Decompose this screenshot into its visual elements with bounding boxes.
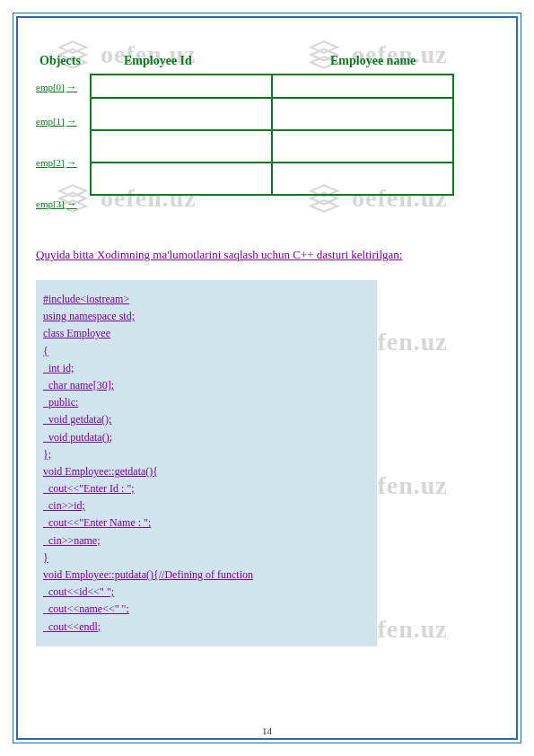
code-line: cout<<name<<" "; (43, 601, 370, 618)
arrow-icon: → (66, 115, 77, 128)
arrow-icon: → (66, 81, 77, 94)
cell-empname (272, 130, 453, 163)
row-label: emp[0]→ (36, 74, 90, 101)
code-line: void putdata(); (43, 429, 370, 446)
code-line: void Employee::getdata(){ (43, 463, 370, 480)
code-line: void Employee::putdata(){//Defining of f… (43, 567, 370, 584)
code-line: char name[30]; (43, 377, 370, 394)
cell-empname (272, 98, 453, 130)
code-line: void getdata(); (43, 411, 370, 428)
code-line: #include<iostream> (43, 291, 370, 308)
cell-empid (91, 75, 272, 98)
table-row (91, 75, 453, 98)
code-caption: Quyida bitta Xodimning ma'lumotlarini sa… (36, 248, 498, 262)
page-number: 14 (0, 725, 534, 736)
code-line: }; (43, 446, 370, 463)
table-area: emp[0]→ emp[1]→ emp[2]→ emp[3]→ (36, 74, 498, 224)
code-line: { (43, 343, 370, 360)
cell-empid (91, 163, 272, 195)
table-row (91, 130, 453, 163)
row-labels-column: emp[0]→ emp[1]→ emp[2]→ emp[3]→ (36, 74, 90, 224)
code-line: using namespace std; (43, 308, 370, 325)
objects-table (90, 74, 454, 196)
code-line: cin>>id; (43, 497, 370, 514)
code-block: #include<iostream> using namespace std; … (36, 280, 377, 646)
cell-empname (272, 163, 453, 195)
code-line: cout<<id<<" "; (43, 584, 370, 601)
row-label: emp[3]→ (36, 183, 90, 224)
table-grid (90, 74, 454, 224)
row-label: emp[1]→ (36, 101, 90, 142)
arrow-icon: → (66, 198, 77, 211)
table-row (91, 163, 453, 195)
code-line: } (43, 549, 370, 567)
code-line: cout<<"Enter Id : "; (43, 480, 370, 497)
page-content: Objects Employee Id Employee name emp[0]… (36, 27, 498, 729)
header-employee-name: Employee name (303, 54, 498, 68)
code-line: cin>>name; (43, 532, 370, 549)
cell-empid (91, 130, 272, 163)
header-employee-id: Employee Id (124, 54, 303, 68)
table-headers: Objects Employee Id Employee name (36, 54, 498, 68)
code-line: public: (43, 394, 370, 411)
header-objects: Objects (36, 54, 124, 68)
row-label: emp[2]→ (36, 142, 90, 183)
code-line: cout<<endl; (43, 619, 370, 636)
cell-empid (91, 98, 272, 130)
code-line: cout<<"Enter Name : "; (43, 514, 370, 532)
table-row (91, 98, 453, 130)
code-line: int id; (43, 360, 370, 377)
cell-empname (272, 75, 453, 98)
code-line: class Employee (43, 325, 370, 342)
arrow-icon: → (66, 156, 77, 170)
